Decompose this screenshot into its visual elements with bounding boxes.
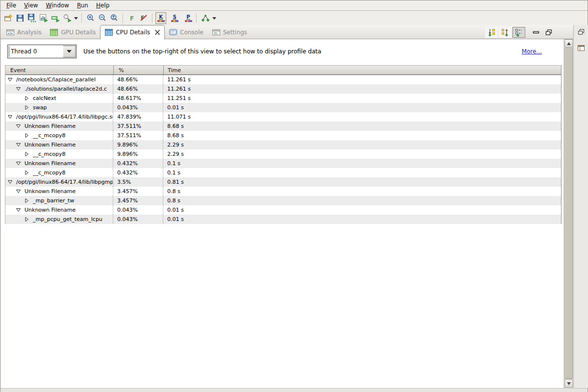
save-as-button[interactable] [26, 12, 38, 24]
expand-toggle[interactable] [16, 86, 21, 92]
table-row[interactable]: Unknown Filename 0.432% 0.1 s [5, 159, 561, 168]
tab-gpu-details[interactable]: GPU Details [46, 25, 100, 39]
menu-file[interactable]: File [2, 1, 20, 10]
table-row[interactable]: _mp_pcpu_get_team_lcpu 0.043% 0.01 s [5, 215, 561, 224]
stream-view-toggle[interactable]: S [169, 12, 180, 24]
table-row[interactable]: __c_mcopy8 9.896% 2.29 s [5, 149, 561, 159]
table-row[interactable]: _mp_barrier_tw 3.457% 0.8 s [5, 196, 561, 205]
expand-toggle[interactable] [16, 142, 21, 147]
tab-label: CPU Details [116, 29, 150, 36]
expand-toggle[interactable] [24, 217, 29, 222]
tab-console[interactable]: Console [165, 25, 208, 39]
arrow-up-icon [567, 42, 571, 45]
table-row[interactable]: /notebooks/C/laplace_parallel 48.66% 11.… [5, 75, 561, 84]
minimize-view-button[interactable] [530, 27, 542, 38]
time-value: 0.01 s [163, 215, 561, 224]
window-pane-icon [577, 45, 585, 51]
percent-value: 48.66% [113, 84, 163, 94]
profile-application-button[interactable] [38, 12, 50, 24]
table-row[interactable]: Unknown Filename 3.457% 0.8 s [5, 187, 561, 196]
expand-toggle[interactable] [24, 198, 29, 203]
menu-view[interactable]: View [20, 1, 42, 10]
remove-marker-button[interactable]: F [138, 12, 150, 24]
expand-toggle[interactable] [24, 96, 29, 101]
expand-toggle[interactable] [24, 105, 29, 110]
scrollbar-thumb[interactable] [564, 48, 573, 379]
menu-run[interactable]: Run [73, 1, 92, 10]
flag-marker-icon: F [130, 15, 134, 22]
menu-window[interactable]: Window [42, 1, 73, 10]
process-view-toggle[interactable]: P [183, 12, 194, 24]
profile-table: Event % Time /notebooks/C/laplace_parall… [5, 65, 562, 224]
minimize-icon [532, 29, 540, 36]
percent-value: 3.457% [113, 187, 163, 196]
expand-toggle[interactable] [16, 123, 21, 129]
expand-toggle[interactable] [24, 170, 29, 175]
expand-toggle[interactable] [16, 189, 21, 194]
table-row[interactable]: ./solutions/parallel/laplace2d.c 48.66% … [5, 84, 561, 94]
time-value: 11.261 s [163, 75, 561, 84]
tab-cpu-details[interactable]: CPU Details [100, 25, 165, 39]
zoom-in-button[interactable] [85, 12, 97, 24]
magnifier-run-icon [63, 14, 72, 23]
column-header-event[interactable]: Event [5, 66, 113, 74]
maximize-view-button[interactable] [543, 27, 555, 38]
tab-analysis[interactable]: Analysis [2, 25, 46, 39]
table-row[interactable]: __c_mcopy8 37.511% 8.68 s [5, 131, 561, 140]
event-label: /notebooks/C/laplace_parallel [16, 76, 96, 83]
vertical-scrollbar[interactable] [563, 39, 573, 388]
column-header-percent[interactable]: % [113, 66, 163, 74]
dependency-analysis-button[interactable] [200, 12, 211, 24]
thread-select-value: Thread 0 [9, 46, 62, 57]
zoom-fit-button[interactable] [108, 12, 120, 24]
restore-pane-button[interactable] [577, 28, 585, 37]
tab-settings[interactable]: Settings [208, 25, 252, 39]
save-button[interactable] [14, 12, 26, 24]
scroll-down-button[interactable] [564, 379, 573, 388]
timeline-run-icon [51, 14, 60, 23]
percent-value: 0.432% [113, 159, 163, 168]
close-icon[interactable] [155, 30, 160, 35]
time-value: 2.29 s [163, 149, 561, 159]
tree-view-toggle[interactable] [512, 27, 525, 38]
timeline-run-button[interactable] [50, 12, 61, 24]
table-row[interactable]: /opt/pgi/linux86-64/17.4/lib/libpgc.so 4… [5, 112, 561, 122]
expand-toggle[interactable] [24, 133, 29, 138]
column-header-time[interactable]: Time [163, 66, 561, 74]
analyze-run-button[interactable] [61, 12, 73, 24]
expand-toggle[interactable] [7, 114, 13, 120]
restore-icon [545, 29, 553, 36]
collapse-all-button[interactable] [499, 27, 511, 38]
event-label: __c_mcopy8 [33, 151, 66, 157]
expand-toggle[interactable] [7, 77, 13, 82]
expand-toggle[interactable] [24, 151, 29, 157]
add-marker-button[interactable]: F [126, 12, 138, 24]
table-row[interactable]: swap 0.043% 0.01 s [5, 103, 561, 112]
kernel-view-toggle[interactable]: K [155, 12, 166, 24]
toolbar-separator [196, 13, 197, 23]
new-session-button[interactable] [2, 12, 14, 24]
thread-select-dropdown-button[interactable] [63, 46, 76, 57]
thread-select[interactable]: Thread 0 [7, 45, 77, 58]
expand-toggle[interactable] [7, 179, 13, 185]
run-menu-dropdown[interactable] [73, 12, 79, 24]
zoom-out-button[interactable] [97, 12, 108, 24]
time-value: 11.071 s [163, 112, 561, 122]
menu-help[interactable]: Help [92, 1, 113, 10]
event-label: __c_mcopy8 [33, 132, 66, 139]
settings-icon [212, 29, 220, 36]
table-row[interactable]: Unknown Filename 9.896% 2.29 s [5, 140, 561, 149]
fast-view-window-button[interactable] [577, 44, 585, 53]
table-row[interactable]: Unknown Filename 0.043% 0.01 s [5, 205, 561, 215]
analysis-menu-dropdown[interactable] [211, 12, 217, 24]
expand-toggle[interactable] [16, 207, 21, 213]
table-row[interactable]: calcNext 48.617% 11.251 s [5, 94, 561, 103]
table-row[interactable]: /opt/pgi/linux86-64/17.4/lib/libpgmp.so … [5, 177, 561, 187]
scroll-up-button[interactable] [564, 39, 573, 48]
more-link[interactable]: More... [522, 48, 542, 55]
expand-toggle[interactable] [16, 161, 21, 166]
view-tab-bar: Analysis GPU Details CPU Details [0, 25, 573, 39]
table-row[interactable]: __c_mcopy8 0.432% 0.1 s [5, 168, 561, 177]
table-row[interactable]: Unknown Filename 37.511% 8.68 s [5, 122, 561, 131]
expand-all-button[interactable] [485, 27, 498, 38]
